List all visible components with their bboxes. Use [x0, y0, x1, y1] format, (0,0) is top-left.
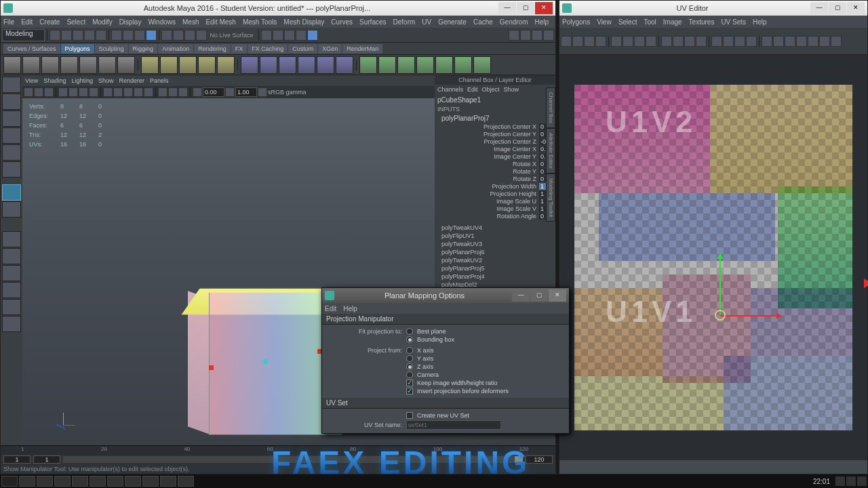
gizmo-x-axis-icon[interactable] — [720, 315, 781, 317]
menu-uv[interactable]: UV — [422, 18, 431, 26]
menu-cache[interactable]: Cache — [473, 18, 493, 26]
menu-generate[interactable]: Generate — [438, 18, 467, 26]
clock[interactable]: 22:01 — [809, 478, 834, 485]
cone-primitive-icon[interactable] — [60, 56, 78, 74]
shelf-tab-custom[interactable]: Custom — [288, 44, 317, 54]
manipulator-handle-center[interactable] — [263, 359, 268, 364]
fit-boundingbox-label[interactable]: Bounding box — [417, 336, 454, 343]
create-uvset-checkbox[interactable] — [406, 412, 413, 419]
shelf-tab-xgen[interactable]: XGen — [318, 44, 342, 54]
shelf-tab-fx[interactable]: FX — [231, 44, 248, 54]
vp-select-icon[interactable] — [24, 87, 33, 97]
project-x-label[interactable]: X axis — [417, 347, 434, 354]
lasso-icon[interactable] — [123, 30, 134, 41]
menu-create[interactable]: Create — [39, 18, 60, 26]
paint-select-icon[interactable] — [134, 30, 145, 41]
tab-attribute-editor[interactable]: Attribute Editor — [546, 128, 555, 174]
connect-icon[interactable] — [435, 56, 453, 74]
vp-menu-view[interactable]: View — [25, 77, 38, 84]
anim-start-input[interactable] — [3, 455, 31, 464]
insert-before-deformers-label[interactable]: Insert projection before deformers — [417, 388, 509, 394]
menu-deform[interactable]: Deform — [393, 18, 416, 26]
uv-menu-textures[interactable]: Textures — [689, 18, 715, 26]
bevel-icon[interactable] — [260, 56, 277, 74]
dialog-minimize-button[interactable]: — — [512, 289, 530, 302]
shaded-icon[interactable] — [532, 30, 542, 41]
selected-object-name[interactable]: pCubeShape1 — [437, 96, 553, 104]
pyramid-primitive-icon[interactable] — [117, 56, 135, 74]
keep-ratio-checkbox[interactable] — [406, 380, 413, 386]
vp-menu-lighting[interactable]: Lighting — [71, 77, 93, 84]
fill-hole-icon[interactable] — [317, 56, 334, 74]
uv-maximize-button[interactable]: ▢ — [829, 2, 846, 14]
fit-boundingbox-radio[interactable] — [406, 336, 413, 343]
vp-menu-panels[interactable]: Panels — [150, 77, 169, 84]
vp-gatemask-icon[interactable] — [89, 87, 98, 97]
uv-flip-u-icon[interactable] — [561, 36, 572, 47]
separate-icon[interactable] — [160, 56, 178, 74]
uv-rotate-ccw-icon[interactable] — [584, 36, 595, 47]
uv-split-icon[interactable] — [634, 36, 645, 47]
close-button[interactable]: ✕ — [535, 2, 553, 14]
snap-grid-icon[interactable] — [146, 30, 157, 41]
channel-attr-row[interactable]: Rotation Angle 0 — [437, 212, 553, 220]
textured-icon[interactable] — [543, 30, 554, 41]
save-scene-icon[interactable] — [73, 30, 83, 41]
ch-menu-channels[interactable]: Channels — [437, 86, 463, 93]
extrude-icon[interactable] — [241, 56, 258, 74]
keep-ratio-label[interactable]: Keep image width/height ratio — [417, 380, 498, 386]
vp-colormgmt-icon[interactable] — [258, 87, 267, 97]
tray-volume-icon[interactable] — [846, 476, 856, 486]
sculpt-icon[interactable] — [454, 56, 472, 74]
append-icon[interactable] — [298, 56, 315, 74]
outliner-view-icon[interactable] — [2, 265, 21, 281]
channel-attr-row[interactable]: Rotate Z 0 — [437, 175, 553, 182]
project-y-label[interactable]: Y axis — [417, 355, 433, 362]
channel-attr-row[interactable]: Projection Width 1 — [437, 182, 553, 190]
history-node[interactable]: polyPlanarProj4 — [437, 272, 553, 281]
taskbar-ai-icon[interactable] — [72, 476, 88, 487]
single-view-icon[interactable] — [2, 231, 21, 247]
sphere-primitive-icon[interactable] — [3, 56, 21, 74]
menu-mesh[interactable]: Mesh — [182, 18, 199, 26]
input-node-name[interactable]: polyPlanarProj7 — [437, 114, 553, 123]
tray-network-icon[interactable] — [835, 476, 845, 486]
last-tool-icon[interactable] — [2, 201, 21, 218]
vp-menu-renderer[interactable]: Renderer — [119, 77, 144, 84]
vp-xray-joints-icon[interactable] — [178, 87, 188, 97]
snap-plane-icon[interactable] — [184, 30, 195, 41]
uv-shaded-icon[interactable] — [796, 36, 807, 47]
taskbar-pr-icon[interactable] — [107, 476, 123, 487]
select-tool-icon[interactable] — [2, 77, 21, 93]
shelf-tab-renderman[interactable]: RenderMan — [342, 44, 382, 54]
plane-primitive-icon[interactable] — [79, 56, 97, 74]
vp-colorspace-label[interactable]: sRGB gamma — [268, 89, 307, 96]
channel-attr-row[interactable]: Projection Center X 0 — [437, 123, 553, 130]
wireframe-icon[interactable] — [520, 30, 531, 41]
taskbar-maya-icon[interactable] — [142, 476, 159, 487]
uv-flip-v-icon[interactable] — [572, 36, 583, 47]
extract-icon[interactable] — [179, 56, 197, 74]
render-icon[interactable] — [273, 30, 283, 41]
move-tool-icon[interactable] — [2, 127, 21, 144]
maya-titlebar[interactable]: Autodesk Maya 2016 - Student Version: un… — [1, 1, 555, 16]
history-node[interactable]: polyTweakUV2 — [437, 256, 553, 264]
tray-battery-icon[interactable] — [857, 476, 867, 486]
channel-attr-row[interactable]: Projection Center Z -0.5 — [437, 138, 553, 145]
booleans-icon[interactable] — [217, 56, 235, 74]
quad-draw-icon[interactable] — [473, 56, 491, 74]
history-node[interactable]: polyPlanarProj5 — [437, 264, 553, 272]
uv-menu-polygons[interactable]: Polygons — [562, 18, 590, 26]
project-camera-radio[interactable] — [406, 371, 413, 378]
vp-grid-icon[interactable] — [58, 87, 68, 97]
xray-icon[interactable] — [509, 30, 519, 41]
snap-point-icon[interactable] — [173, 30, 184, 41]
fit-bestplane-radio[interactable] — [406, 328, 413, 335]
render-settings-icon[interactable] — [296, 30, 307, 41]
uv-unfold-icon[interactable] — [684, 36, 695, 47]
vp-shadows-icon[interactable] — [144, 87, 153, 97]
maximize-button[interactable]: ▢ — [517, 2, 534, 14]
uv-move-gizmo[interactable] — [707, 281, 774, 349]
dialog-menu-edit[interactable]: Edit — [325, 305, 336, 312]
snap-curve-icon[interactable] — [161, 30, 172, 41]
